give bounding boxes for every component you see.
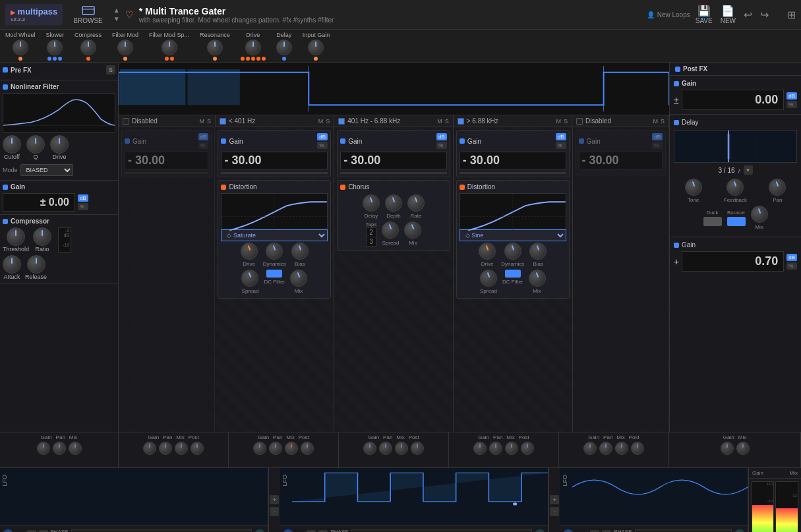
delay-mix-knob[interactable] [751, 206, 768, 223]
mix-gain-knob-6[interactable] [721, 442, 734, 455]
lfo-side-remove-1[interactable]: - [270, 507, 279, 516]
band-3-delay-knob[interactable] [363, 194, 380, 212]
favorite-icon[interactable]: ♡ [125, 9, 134, 20]
mix-post-knob-3[interactable] [411, 442, 424, 455]
mode-select[interactable]: BIASED [20, 164, 73, 176]
band-check-4[interactable] [458, 118, 464, 125]
mix-pan-knob-4[interactable] [489, 442, 502, 455]
lfo-note-2[interactable]: ♪ [307, 530, 316, 533]
band-4-drive-knob[interactable] [479, 243, 496, 260]
fullscreen-button[interactable]: ⊞ [787, 9, 796, 21]
mix-pan-knob-3[interactable] [379, 442, 392, 455]
lfo-sync-1[interactable]: ↺ [39, 530, 48, 533]
lfo-add-2[interactable]: + [535, 529, 545, 533]
mix-mix-knob-1[interactable] [175, 442, 188, 455]
mix-post-knob-4[interactable] [521, 442, 534, 455]
macro-knob-3[interactable] [80, 40, 96, 55]
attack-knob[interactable] [3, 255, 21, 274]
mix-gain-knob-0[interactable] [37, 442, 50, 455]
lfo-note-1[interactable]: ♪ [27, 530, 36, 533]
band-4-dynamics-knob[interactable] [504, 243, 521, 260]
lfo-add-1[interactable]: + [254, 529, 265, 533]
band-check-3[interactable] [338, 118, 345, 125]
band-check-5[interactable] [576, 118, 583, 125]
macro-knob-9[interactable] [308, 40, 324, 55]
lfo-add-3[interactable]: + [734, 529, 745, 533]
taps-display[interactable]: 2 [366, 227, 376, 237]
band-4-spread-knob[interactable] [480, 270, 497, 287]
band-3-rate-knob[interactable] [407, 194, 425, 212]
band-2-dc-toggle[interactable] [266, 270, 282, 278]
undo-button[interactable]: ↩ [744, 9, 752, 21]
mix-mix-knob-6[interactable] [736, 442, 750, 455]
lfo-play-2[interactable]: ▶ [283, 529, 293, 533]
lfo-sync-3[interactable]: ↺ [602, 530, 611, 533]
band-4-dc-toggle[interactable] [505, 270, 521, 278]
cutoff-knob[interactable] [3, 135, 21, 154]
band-2-mix-knob[interactable] [290, 270, 307, 287]
lfo-sync-2[interactable]: ↺ [318, 530, 328, 533]
band-2-bias-knob[interactable] [291, 243, 309, 260]
mix-mix-knob-2[interactable] [285, 442, 298, 455]
macro-knob-7[interactable] [245, 40, 261, 55]
new-button[interactable]: 📄 NEW [721, 5, 736, 24]
macro-knob-1[interactable] [13, 40, 28, 55]
macro-knob-5[interactable] [162, 40, 177, 55]
mix-pan-knob-5[interactable] [599, 442, 612, 455]
mix-post-knob-2[interactable] [301, 442, 314, 455]
mix-pan-knob-0[interactable] [53, 442, 66, 455]
macro-knob-8[interactable] [276, 40, 292, 55]
mix-mix-knob-0[interactable] [69, 442, 82, 455]
mix-pan-knob-1[interactable] [159, 442, 172, 455]
pct-button[interactable]: % [78, 203, 88, 210]
delay-tone-knob[interactable] [685, 179, 702, 196]
browse-button[interactable]: BROWSE [68, 3, 107, 27]
delay-note-select[interactable]: ▼ [744, 165, 753, 175]
lfo-play-1[interactable]: ▶ [3, 529, 13, 533]
band-check-1[interactable] [123, 118, 129, 125]
macro-knob-6[interactable] [207, 40, 223, 55]
delay-feedback-knob[interactable] [727, 179, 744, 196]
bounce-toggle[interactable] [727, 217, 746, 226]
output-gain-value[interactable]: 0.70 [682, 251, 784, 272]
mix-gain-knob-3[interactable] [363, 442, 376, 455]
band-check-2[interactable] [220, 118, 226, 125]
mix-pan-knob-2[interactable] [269, 442, 282, 455]
save-button[interactable]: 💾 SAVE [696, 5, 713, 24]
mix-gain-knob-1[interactable] [143, 442, 156, 455]
q-knob[interactable] [26, 135, 45, 154]
macro-knob-2[interactable] [47, 40, 63, 55]
band-2-dynamics-knob[interactable] [266, 243, 283, 260]
lfo-waveform-3[interactable]: *Sine [635, 529, 732, 532]
gain-value-display[interactable]: ± 0.00 [3, 193, 75, 212]
post-gain-value[interactable]: 0.00 [682, 90, 785, 110]
band-3-spread-knob[interactable] [382, 222, 399, 239]
redo-button[interactable]: ↪ [760, 9, 769, 21]
delay-pan-knob[interactable] [769, 179, 786, 196]
band-2-drive-knob[interactable] [241, 243, 258, 260]
ratio-knob[interactable] [33, 227, 51, 246]
band-3-depth-knob[interactable] [385, 194, 402, 212]
mix-mix-knob-5[interactable] [615, 442, 628, 455]
nav-arrows[interactable]: ▲ ▼ [113, 7, 120, 22]
mix-gain-knob-2[interactable] [253, 442, 266, 455]
band-4-bias-knob[interactable] [529, 243, 547, 260]
release-knob[interactable] [27, 255, 45, 274]
mix-gain-knob-5[interactable] [583, 442, 597, 455]
macro-knob-4[interactable] [117, 40, 133, 55]
mix-gain-knob-4[interactable] [473, 442, 487, 455]
band-2-spread-knob[interactable] [241, 270, 258, 287]
threshold-knob[interactable] [7, 227, 25, 246]
filter-drive-knob[interactable] [50, 135, 69, 154]
band-4-mix-knob[interactable] [529, 270, 546, 287]
lfo-waveform-1[interactable]: *Sine [71, 529, 252, 532]
mix-post-knob-5[interactable] [631, 442, 644, 455]
lfo-play-3[interactable]: ▶ [563, 529, 574, 533]
lfo-side-add-1[interactable]: + [270, 495, 279, 504]
lfo-waveform-2[interactable]: *Sine [351, 529, 532, 532]
db-button[interactable]: dB [78, 194, 88, 202]
lfo-side-add-2[interactable]: + [550, 495, 559, 504]
mix-mix-knob-4[interactable] [505, 442, 518, 455]
pre-fx-s-btn[interactable]: S [106, 65, 115, 74]
duck-toggle[interactable] [703, 217, 722, 226]
